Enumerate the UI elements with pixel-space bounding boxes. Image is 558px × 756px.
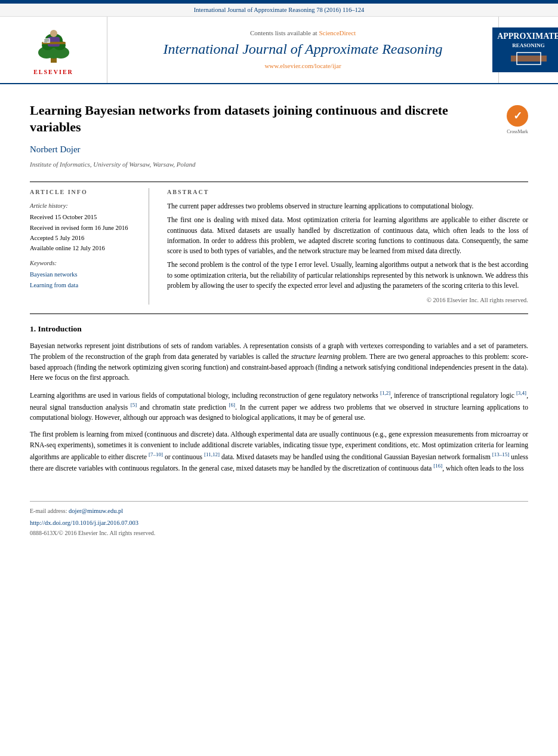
intro-para-1: Bayesian networks represent joint distri… (30, 341, 528, 383)
two-column-section: ARTICLE INFO Article history: Received 1… (30, 182, 528, 305)
introduction-heading: 1. Introduction (30, 323, 528, 335)
ref-16: [16] (433, 463, 442, 469)
email-label: E-mail address: (30, 508, 67, 514)
crossmark-badge: ✓ CrossMark (507, 105, 528, 136)
elsevier-wordmark: ELSEVIER (33, 68, 73, 77)
italic-structure-learning: structure learning (291, 353, 341, 360)
email-link[interactable]: dojer@mimuw.edu.pl (69, 508, 123, 514)
crossmark-icon: ✓ (507, 105, 528, 127)
footer-email-line: E-mail address: dojer@mimuw.edu.pl (30, 506, 528, 516)
abstract-para-2: The first one is dealing with mixed data… (167, 215, 528, 256)
sciencedirect-line: Contents lists available at ScienceDirec… (250, 29, 356, 38)
article-info-title: ARTICLE INFO (30, 188, 140, 197)
ref-11-12: [11,12] (204, 451, 220, 457)
abstract-text: The current paper addresses two problems… (167, 201, 528, 291)
keyword-2: Learning from data (30, 281, 140, 290)
title-text-block: Learning Bayesian networks from datasets… (30, 102, 492, 176)
abstract-column: ABSTRACT The current paper addresses two… (167, 188, 528, 305)
crossmark-section: ✓ CrossMark (492, 102, 528, 136)
journal-right-logo: APPROXIMATE REASONING (498, 17, 558, 83)
abstract-para-3: The second problem is the control of the… (167, 260, 528, 291)
article-title: Learning Bayesian networks from datasets… (30, 102, 492, 136)
section-title: Introduction (38, 324, 82, 333)
svg-rect-11 (44, 39, 49, 40)
approx-logo: APPROXIMATE REASONING (492, 27, 558, 72)
journal-center: Contents lists available at ScienceDirec… (107, 17, 498, 83)
doi-link[interactable]: http://dx.doi.org/10.1016/j.ijar.2016.07… (30, 520, 138, 526)
sciencedirect-link[interactable]: ScienceDirect (319, 29, 356, 36)
citation-bar: International Journal of Approximate Rea… (0, 4, 558, 17)
ref-7-10: [7–10] (149, 451, 163, 457)
received-date: Received 15 October 2015 (30, 213, 140, 222)
history-label: Article history: (30, 201, 140, 210)
section-divider (30, 314, 528, 314)
ref-13-15: [13–15] (492, 451, 510, 457)
ref-3-4: [3,4] (516, 390, 526, 396)
footer: E-mail address: dojer@mimuw.edu.pl http:… (30, 501, 528, 543)
sciencedirect-prefix: Contents lists available at (250, 29, 317, 36)
ref-5: [5] (131, 402, 137, 408)
copyright-text: © 2016 Elsevier Inc. All rights reserved… (167, 296, 528, 305)
ref-1-2: [1,2] (380, 390, 390, 396)
page: International Journal of Approximate Rea… (0, 0, 558, 756)
elsevier-tree-icon (30, 23, 78, 64)
article-info-column: ARTICLE INFO Article history: Received 1… (30, 188, 149, 305)
keyword-1: Bayesian networks (30, 270, 140, 279)
svg-rect-13 (44, 42, 47, 42)
available-online-date: Available online 12 July 2016 (30, 244, 140, 253)
footer-issn: 0888-613X/© 2016 Elsevier Inc. All right… (30, 529, 528, 538)
content-area: Learning Bayesian networks from datasets… (0, 84, 558, 492)
author-name: Norbert Dojer (30, 143, 492, 156)
received-revised-date: Received in revised form 16 June 2016 (30, 223, 140, 232)
svg-point-7 (50, 30, 57, 37)
intro-para-3: The first problem is learning from mixed… (30, 429, 528, 474)
abstract-para-1: The current paper addresses two problems… (167, 201, 528, 211)
intro-para-2: Learning algorithms are used in various … (30, 389, 528, 423)
svg-rect-12 (44, 41, 49, 41)
journal-url[interactable]: www.elsevier.com/locate/ijar (264, 62, 341, 71)
crossmark-label: CrossMark (507, 128, 528, 136)
svg-rect-14 (511, 56, 547, 62)
affiliation: Institute of Informatics, University of … (30, 160, 492, 170)
citation-text: International Journal of Approximate Rea… (194, 7, 365, 13)
approx-logo-icon (511, 50, 547, 67)
title-section: Learning Bayesian networks from datasets… (30, 102, 528, 176)
elsevier-logo-section: ELSEVIER (0, 17, 107, 83)
journal-name: International Journal of Approximate Rea… (164, 41, 443, 58)
footer-doi: http://dx.doi.org/10.1016/j.ijar.2016.07… (30, 518, 528, 527)
accepted-date: Accepted 5 July 2016 (30, 233, 140, 242)
ref-6: [6] (229, 402, 236, 408)
journal-header: ELSEVIER Contents lists available at Sci… (0, 17, 558, 84)
keywords-label: Keywords: (30, 259, 140, 268)
abstract-title: ABSTRACT (167, 188, 528, 197)
section-number: 1. (30, 324, 36, 333)
